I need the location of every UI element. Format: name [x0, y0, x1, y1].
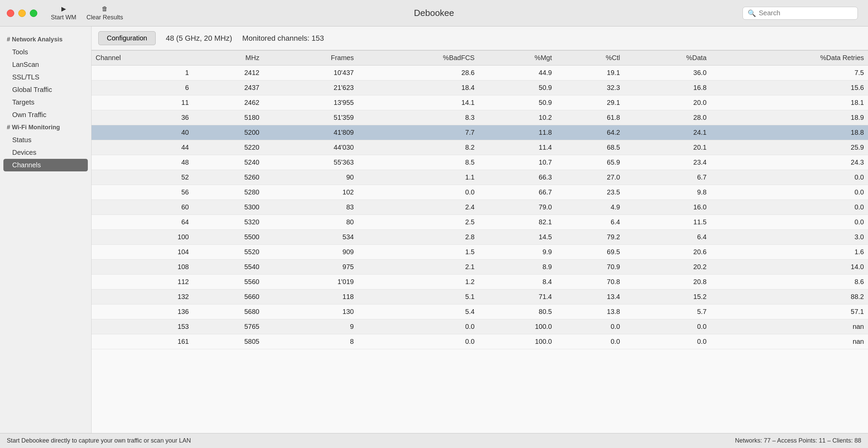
col-header-data: %Data	[624, 51, 711, 66]
table-row[interactable]: 10855409752.18.970.920.214.0	[92, 260, 868, 275]
table-row[interactable]: 1241210'43728.644.919.136.07.5	[92, 66, 868, 80]
traffic-lights	[7, 10, 37, 17]
minimize-button[interactable]	[18, 10, 26, 17]
cell-channel: 60	[92, 200, 193, 215]
config-bar: Configuration 48 (5 GHz, 20 MHz) Monitor…	[92, 26, 868, 50]
sidebar-item-channels[interactable]: Channels	[3, 159, 88, 171]
cell-channel: 40	[92, 125, 193, 140]
sidebar-item-tools[interactable]: Tools	[0, 46, 91, 58]
statusbar-left: Start Debookee directly to capture your …	[7, 437, 191, 444]
sidebar-item-status[interactable]: Status	[0, 134, 91, 146]
cell-data-retries: 0.0	[711, 200, 868, 215]
app-title: Debookee	[414, 8, 454, 18]
cell-frames: 130	[263, 304, 358, 319]
table-row[interactable]: 11255601'0191.28.470.820.88.6	[92, 275, 868, 290]
zoom-button[interactable]	[30, 10, 37, 17]
cell-mhz: 5240	[193, 155, 263, 170]
col-header-channel: Channel	[92, 51, 193, 66]
cell-mhz: 5260	[193, 170, 263, 185]
search-input[interactable]	[759, 9, 853, 17]
cell-mhz: 5500	[193, 230, 263, 245]
cell-data-retries: 18.1	[711, 95, 868, 110]
sidebar-item-lanscan[interactable]: LanScan	[0, 58, 91, 71]
cell-mgt: 82.1	[479, 215, 556, 230]
cell-channel: 36	[92, 110, 193, 125]
search-box[interactable]: 🔍	[743, 7, 858, 20]
cell-mhz: 5805	[193, 334, 263, 349]
cell-data-retries: 57.1	[711, 304, 868, 319]
cell-ctl: 13.8	[556, 304, 624, 319]
col-header-mgt: %Mgt	[479, 51, 556, 66]
cell-channel: 64	[92, 215, 193, 230]
cell-channel: 161	[92, 334, 193, 349]
table-row[interactable]: 48524055'3638.510.765.923.424.3	[92, 155, 868, 170]
cell-channel: 136	[92, 304, 193, 319]
cell-mgt: 14.5	[479, 230, 556, 245]
cell-data: 20.0	[624, 95, 711, 110]
table-row[interactable]: 36518051'3598.310.261.828.018.9	[92, 110, 868, 125]
cell-ctl: 70.8	[556, 275, 624, 290]
close-button[interactable]	[7, 10, 14, 17]
cell-mgt: 50.9	[479, 95, 556, 110]
cell-data-retries: nan	[711, 334, 868, 349]
table-row[interactable]: 161580580.0100.00.00.0nan	[92, 334, 868, 349]
cell-mgt: 11.8	[479, 125, 556, 140]
channels-table-wrapper: Channel MHz Frames %BadFCS %Mgt %Ctl %Da…	[92, 50, 868, 433]
cell-badfcs: 2.8	[358, 230, 478, 245]
sidebar-item-ssltls[interactable]: SSL/TLS	[0, 71, 91, 83]
sidebar-item-devices[interactable]: Devices	[0, 146, 91, 159]
table-row[interactable]: 525260901.166.327.06.70.0	[92, 170, 868, 185]
cell-data: 20.2	[624, 260, 711, 275]
monitored-channels-label: Monitored channels: 153	[242, 34, 324, 43]
cell-mgt: 50.9	[479, 80, 556, 95]
table-row[interactable]: 6243721'62318.450.932.316.815.6	[92, 80, 868, 95]
cell-frames: 1'019	[263, 275, 358, 290]
cell-data-retries: 8.6	[711, 275, 868, 290]
table-row[interactable]: 13256601185.171.413.415.288.2	[92, 290, 868, 304]
table-row[interactable]: 11246213'95514.150.929.120.018.1	[92, 95, 868, 110]
cell-mhz: 2462	[193, 95, 263, 110]
sidebar-item-targets[interactable]: Targets	[0, 96, 91, 109]
cell-frames: 13'955	[263, 95, 358, 110]
start-wm-label: Start WM	[51, 14, 76, 21]
cell-channel: 104	[92, 245, 193, 260]
cell-data: 9.8	[624, 185, 711, 200]
toolbar: ▶ Start WM 🗑 Clear Results	[51, 5, 123, 21]
sidebar-item-own-traffic[interactable]: Own Traffic	[0, 109, 91, 121]
cell-badfcs: 18.4	[358, 80, 478, 95]
clear-results-label: Clear Results	[86, 14, 123, 21]
table-row[interactable]: 13656801305.480.513.85.757.1	[92, 304, 868, 319]
table-row[interactable]: 44522044'0308.211.468.520.125.9	[92, 140, 868, 155]
cell-channel: 44	[92, 140, 193, 155]
cell-channel: 153	[92, 319, 193, 334]
table-row[interactable]: 10455209091.59.969.520.61.6	[92, 245, 868, 260]
main-layout: # Network Analysis Tools LanScan SSL/TLS…	[0, 26, 868, 433]
cell-ctl: 0.0	[556, 319, 624, 334]
cell-frames: 909	[263, 245, 358, 260]
start-wm-button[interactable]: ▶ Start WM	[51, 5, 76, 21]
table-row[interactable]: 10055005342.814.579.26.43.0	[92, 230, 868, 245]
cell-badfcs: 0.0	[358, 319, 478, 334]
cell-data: 20.8	[624, 275, 711, 290]
cell-ctl: 19.1	[556, 66, 624, 80]
configuration-button[interactable]: Configuration	[98, 31, 156, 45]
cell-data: 24.1	[624, 125, 711, 140]
cell-frames: 8	[263, 334, 358, 349]
network-analysis-header: # Network Analysis	[0, 33, 91, 46]
sidebar-item-global-traffic[interactable]: Global Traffic	[0, 83, 91, 96]
cell-frames: 44'030	[263, 140, 358, 155]
cell-badfcs: 5.1	[358, 290, 478, 304]
cell-ctl: 0.0	[556, 334, 624, 349]
cell-mgt: 80.5	[479, 304, 556, 319]
table-row[interactable]: 5652801020.066.723.59.80.0	[92, 185, 868, 200]
cell-data-retries: nan	[711, 319, 868, 334]
table-row[interactable]: 40520041'8097.711.864.224.118.8	[92, 125, 868, 140]
cell-data-retries: 18.8	[711, 125, 868, 140]
table-row[interactable]: 153576590.0100.00.00.0nan	[92, 319, 868, 334]
table-row[interactable]: 645320802.582.16.411.50.0	[92, 215, 868, 230]
search-icon: 🔍	[748, 9, 756, 17]
table-row[interactable]: 605300832.479.04.916.00.0	[92, 200, 868, 215]
cell-ctl: 68.5	[556, 140, 624, 155]
clear-results-button[interactable]: 🗑 Clear Results	[86, 5, 123, 21]
cell-frames: 41'809	[263, 125, 358, 140]
